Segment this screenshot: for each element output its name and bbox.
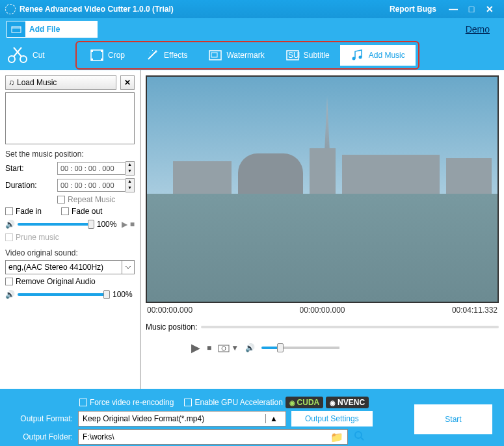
tabs-row: Cut Crop Effects Watermark SUB Subtitle …: [0, 40, 504, 70]
title-bar: Renee Advanced Video Cutter 1.0.0 (Trial…: [0, 0, 504, 18]
load-music-button[interactable]: ♫ Load Music: [5, 75, 116, 90]
tab-watermark[interactable]: Watermark: [198, 45, 274, 66]
video-preview[interactable]: [146, 75, 499, 303]
audio-track-value: eng,(AAC Stereo 44100Hz): [8, 263, 103, 272]
svg-rect-6: [91, 59, 93, 60]
music-icon: [351, 49, 365, 62]
timeline-timestamps: 00:00:00.000 00:00:00.000 00:04:11.332: [147, 306, 497, 315]
time-current: 00:00:00.000: [299, 306, 345, 315]
repeat-music-checkbox[interactable]: [57, 196, 65, 203]
svg-point-12: [352, 57, 355, 60]
repeat-music-label: Repeat Music: [68, 195, 115, 204]
audio-track-select[interactable]: eng,(AAC Stereo 44100Hz): [5, 260, 135, 274]
chevron-up-icon: ▲: [265, 414, 282, 423]
browse-folder-icon[interactable]: 📁: [330, 431, 343, 443]
time-start: 00:00:00.000: [147, 306, 192, 315]
app-icon: [5, 4, 16, 14]
tab-crop-label: Crop: [108, 51, 125, 60]
tab-crop[interactable]: Crop: [79, 45, 135, 66]
output-settings-button[interactable]: Output Settings: [291, 411, 373, 426]
svg-text:SUB: SUB: [288, 51, 300, 60]
tab-effects-label: Effects: [164, 51, 187, 60]
tab-subtitle[interactable]: SUB Subtitle: [275, 45, 340, 66]
subtitle-icon: SUB: [285, 49, 300, 62]
app-title: Renee Advanced Video Cutter 1.0.0 (Trial…: [20, 5, 390, 14]
speaker-icon: 🔊: [5, 290, 15, 299]
time-end: 00:04:11.332: [452, 306, 497, 315]
scissors-icon: [7, 46, 29, 64]
output-format-label: Output Format:: [8, 414, 73, 423]
clear-music-button[interactable]: ✕: [120, 75, 135, 90]
tab-add-music[interactable]: Add Music: [340, 45, 416, 66]
right-panel: 00:00:00.000 00:00:00.000 00:04:11.332 M…: [140, 70, 504, 389]
snapshot-button[interactable]: ▼: [218, 343, 239, 352]
fade-out-label: Fade out: [72, 207, 102, 216]
output-format-value: Keep Original Video Format(*.mp4): [83, 414, 204, 423]
minimize-button[interactable]: —: [444, 4, 462, 14]
report-bugs-link[interactable]: Report Bugs: [390, 5, 436, 14]
preview-speaker-icon: 🔊: [245, 343, 255, 352]
tab-watermark-label: Watermark: [226, 51, 264, 60]
maximize-button[interactable]: □: [462, 4, 481, 14]
fade-in-label: Fade in: [16, 207, 42, 216]
music-volume-slider[interactable]: [18, 223, 94, 226]
fade-in-checkbox[interactable]: [5, 207, 13, 215]
cut-tab[interactable]: Cut: [7, 46, 72, 64]
music-stop-button[interactable]: ■: [130, 220, 135, 229]
crop-icon: [90, 49, 104, 62]
fade-out-checkbox[interactable]: [61, 207, 69, 215]
svg-rect-9: [211, 53, 217, 57]
svg-rect-7: [101, 59, 103, 60]
start-button[interactable]: Start: [414, 404, 492, 434]
note-icon: ♫: [8, 78, 14, 87]
duration-spinner[interactable]: ▲▼: [126, 178, 135, 192]
music-list[interactable]: [5, 92, 135, 144]
original-volume-value: 100%: [113, 290, 135, 299]
start-spinner[interactable]: ▲▼: [126, 161, 135, 176]
chevron-down-icon: [122, 261, 131, 274]
add-file-button[interactable]: Add File: [7, 21, 98, 38]
music-position-slider[interactable]: [201, 326, 499, 328]
svg-point-2: [20, 56, 27, 62]
main-area: ♫ Load Music ✕ Set the music position: S…: [0, 70, 504, 389]
svg-rect-5: [101, 50, 103, 52]
watermark-icon: [208, 49, 222, 62]
output-folder-input[interactable]: F:\works\ 📁: [78, 429, 348, 445]
gpu-accel-checkbox[interactable]: [184, 399, 192, 406]
preview-play-button[interactable]: ▶: [191, 341, 200, 355]
original-sound-header: Video original sound:: [5, 248, 135, 257]
tab-effects[interactable]: Effects: [135, 45, 198, 66]
force-reencoding-checkbox[interactable]: [79, 399, 87, 406]
tab-bar: Crop Effects Watermark SUB Subtitle Add …: [75, 41, 419, 70]
music-position-label: Music position:: [146, 322, 197, 332]
svg-point-15: [222, 347, 226, 350]
demo-link[interactable]: Demo: [466, 24, 490, 34]
tab-add-music-label: Add Music: [369, 51, 405, 60]
nvenc-badge: ◉ NVENC: [326, 397, 369, 408]
duration-time-input[interactable]: 00 : 00 : 00 . 000: [57, 179, 126, 192]
load-music-label: Load Music: [17, 78, 57, 87]
open-folder-icon[interactable]: [353, 430, 365, 444]
music-position-header: Set the music position:: [5, 150, 135, 159]
svg-point-16: [355, 432, 362, 438]
prune-music-label: Prune music: [16, 233, 59, 242]
preview-volume-slider[interactable]: [261, 347, 339, 349]
music-play-button[interactable]: ▶: [122, 220, 127, 229]
output-folder-value: F:\works\: [83, 432, 114, 441]
preview-stop-button[interactable]: ■: [207, 343, 211, 352]
svg-rect-0: [12, 27, 21, 33]
remove-original-audio-checkbox[interactable]: [5, 278, 13, 285]
output-folder-label: Output Folder:: [8, 432, 73, 441]
left-panel: ♫ Load Music ✕ Set the music position: S…: [0, 70, 140, 389]
original-volume-slider[interactable]: [18, 293, 110, 296]
wand-icon: [146, 49, 160, 62]
svg-rect-4: [91, 50, 93, 52]
start-time-input[interactable]: 00 : 00 : 00 . 000: [57, 162, 126, 175]
prune-music-checkbox: [5, 233, 13, 241]
output-format-select[interactable]: Keep Original Video Format(*.mp4) ▲: [78, 411, 286, 426]
close-button[interactable]: ✕: [481, 4, 499, 14]
gpu-accel-label: Enable GPU Acceleration: [194, 398, 282, 407]
tab-subtitle-label: Subtitle: [304, 51, 330, 60]
duration-label: Duration:: [5, 181, 57, 190]
force-reencoding-label: Force video re-encoding: [90, 398, 174, 407]
